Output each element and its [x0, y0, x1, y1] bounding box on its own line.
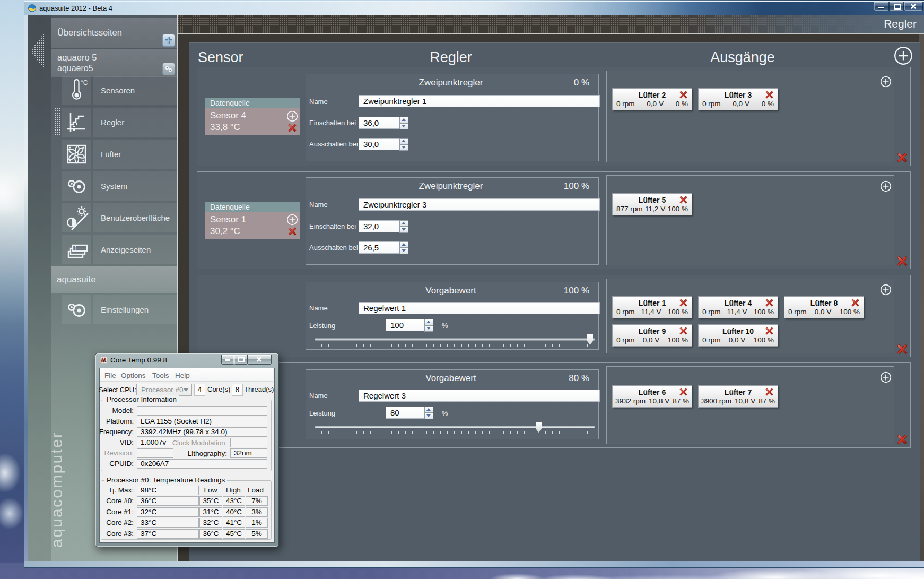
svg-text:1: 1 — [74, 246, 77, 252]
svg-text:°C: °C — [81, 79, 88, 87]
